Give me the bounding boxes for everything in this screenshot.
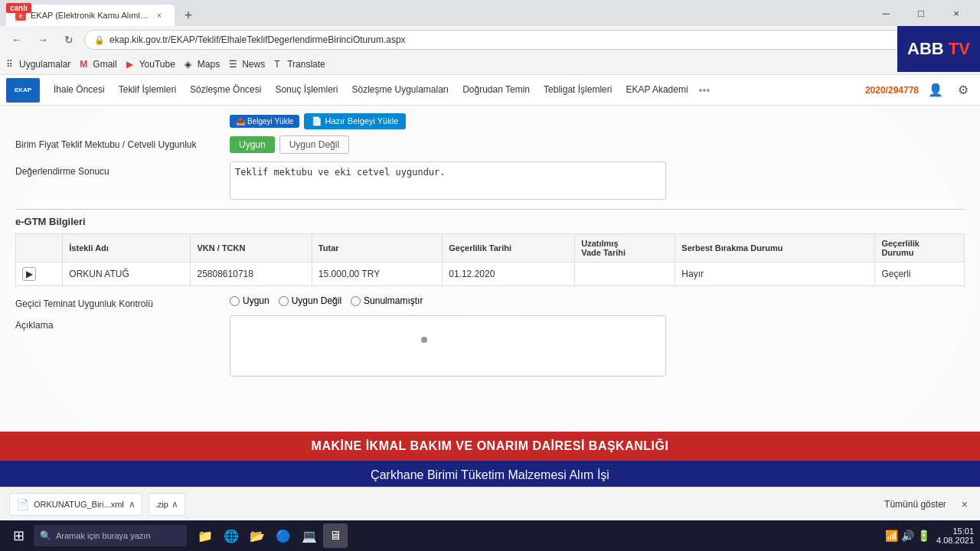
new-tab-button[interactable]: + <box>178 5 199 26</box>
teminat-uygun-degil-radio[interactable]: Uygun Değil <box>279 295 341 306</box>
page-body: 📤 Belgeyi Yükle 📄 Hazır Belgeyi Yükle Bi… <box>0 106 980 450</box>
aciklama-textarea[interactable] <box>230 315 666 377</box>
degerlendirme-textarea[interactable]: Teklif mektubu ve eki cetvel uygundur. <box>230 161 666 200</box>
taskbar-app-browser[interactable]: 🌐 <box>219 523 243 548</box>
apps-icon: ⠿ <box>6 59 17 70</box>
bookmark-news[interactable]: ☰ News <box>229 59 265 70</box>
bookmark-apps[interactable]: ⠿ Uygulamalar <box>6 59 70 70</box>
browser-tab[interactable]: e EKAP (Elektronik Kamu Alımları... × <box>6 5 175 26</box>
taskbar-search-icon: 🔍 <box>40 530 51 541</box>
user-profile-button[interactable]: 👤 <box>925 80 946 101</box>
maximize-button[interactable]: □ <box>903 1 939 25</box>
browser-toolbar: ← → ↻ 🔒 ekap.kik.gov.tr/EKAP/Teklif/Elha… <box>0 26 980 54</box>
taskbar-right: 📶 🔊 🔋 15:01 4.08.2021 <box>885 527 974 545</box>
nav-dogrudan-temin[interactable]: Doğrudan Temin <box>456 81 536 99</box>
windows-icon: ⊞ <box>13 527 24 544</box>
th-istekli-adi: İstekli Adı <box>63 234 191 262</box>
teminat-uygun-radio[interactable]: Uygun <box>230 295 270 306</box>
belgeyi-yukle-button[interactable]: 📤 Belgeyi Yükle <box>230 115 299 128</box>
minimize-button[interactable]: ─ <box>868 1 903 25</box>
download-chevron-icon[interactable]: ∧ <box>129 499 136 510</box>
nav-tebligat-islemleri[interactable]: Tebligat İşlemleri <box>537 81 618 99</box>
nav-ihale-oncesi[interactable]: İhale Öncesi <box>47 81 111 99</box>
nav-teklif-islemleri[interactable]: Teklif İşlemleri <box>113 81 182 99</box>
cell-istekli-adi: ORKUN ATUĞ <box>63 262 191 286</box>
close-download-bar-button[interactable]: × <box>959 495 971 514</box>
address-bar[interactable]: 🔒 ekap.kik.gov.tr/EKAP/Teklif/ElhaleTekl… <box>84 30 974 50</box>
taskbar: ⊞ 🔍 Aramak için buraya yazın 📁 🌐 📂 🔵 💻 🖥… <box>0 520 980 551</box>
taskbar-app-chrome[interactable]: 💻 <box>297 523 322 548</box>
teminat-sunulmamistir-radio[interactable]: Sunulmamıştır <box>351 295 423 306</box>
bookmark-translate[interactable]: T Translate <box>274 59 325 70</box>
hayir-label: Hayır <box>681 269 704 279</box>
th-gecerlilik-durumu: Geçerlilik Durumu <box>875 234 965 262</box>
taskbar-apps: 📁 🌐 📂 🔵 💻 🖥 <box>193 523 348 548</box>
abb-text: ABB <box>907 39 944 58</box>
table-row: ▶ ORKUN ATUĞ 25808610718 15.000,00 TRY 0… <box>16 262 965 286</box>
teminat-radio-group: Uygun Uygun Değil Sunulmamıştır <box>230 295 423 306</box>
bookmark-maps[interactable]: ◈ Maps <box>185 59 220 70</box>
hazir-belge-yukle-button[interactable]: 📄 Hazır Belgeyi Yükle <box>304 113 406 129</box>
cell-vkn-tckn: 25808610718 <box>191 262 312 286</box>
download-file-icon: 📄 <box>16 498 29 510</box>
taskbar-search-placeholder: Aramak için buraya yazın <box>56 531 151 540</box>
th-serbest-birakilma: Serbest Bırakma Durumu <box>675 234 875 262</box>
bookmark-gmail-label: Gmail <box>93 59 116 70</box>
th-gecerlilik-tarihi: Geçerlilik Tarihi <box>443 234 575 262</box>
uygun-button[interactable]: Uygun <box>230 136 275 153</box>
th-expand <box>16 234 63 262</box>
degerlendirme-row: Değerlendirme Sonucu Teklif mektubu ve e… <box>15 161 965 200</box>
nav-sozlesme-uygulamalari[interactable]: Sözleşme Uygulamaları <box>345 81 455 99</box>
more-options-icon[interactable]: ••• <box>696 81 714 99</box>
show-all-downloads-button[interactable]: Tümünü göster <box>878 496 952 513</box>
start-button[interactable]: ⊞ <box>6 523 31 548</box>
site-navigation: EKAP İhale Öncesi Teklif İşlemleri Sözle… <box>0 75 980 106</box>
uygun-degil-button[interactable]: Uygun Değil <box>279 135 349 154</box>
settings-button[interactable]: ⚙ <box>952 80 974 101</box>
reload-button[interactable]: ↻ <box>58 29 80 51</box>
translate-icon: T <box>274 59 285 70</box>
upload-buttons: 📤 Belgeyi Yükle 📄 Hazır Belgeyi Yükle <box>230 113 406 129</box>
aciklama-row: Açıklama <box>15 315 965 377</box>
download-bar: 📄 ORKUNATUG_Biri...xml ∧ .zip ∧ Tümünü g… <box>0 487 980 520</box>
record-id: 2020/294778 <box>865 85 919 96</box>
taskbar-app-folder[interactable]: 📂 <box>245 523 270 548</box>
close-button[interactable]: × <box>939 1 974 25</box>
gecici-teminat-row: Geçici Teminat Uygunluk Kontrolü Uygun U… <box>15 295 965 309</box>
bookmark-gmail[interactable]: M Gmail <box>80 59 116 70</box>
egtm-table: İstekli Adı VKN / TCKN Tutar Geçerlilik … <box>15 233 965 286</box>
forward-button[interactable]: → <box>32 29 54 51</box>
nav-sonuc-islemleri[interactable]: Sonuç İşlemleri <box>269 81 344 99</box>
back-button[interactable]: ← <box>6 29 28 51</box>
window-controls: ─ □ × <box>868 1 974 25</box>
tab-close-button[interactable]: × <box>153 9 165 21</box>
table-header-row: İstekli Adı VKN / TCKN Tutar Geçerlilik … <box>16 234 965 262</box>
bookmark-maps-label: Maps <box>198 59 220 70</box>
degerlendirme-label: Değerlendirme Sonucu <box>15 161 230 177</box>
taskbar-app-files[interactable]: 📁 <box>193 523 217 548</box>
nav-right: 2020/294778 👤 ⚙ <box>865 80 974 101</box>
taskbar-app-active[interactable]: 🖥 <box>323 523 348 548</box>
battery-icon: 🔋 <box>917 530 930 542</box>
th-tutar: Tutar <box>312 234 442 262</box>
live-badge: canlı <box>6 3 31 13</box>
bookmark-apps-label: Uygulamalar <box>19 59 70 70</box>
upload-buttons-row: 📤 Belgeyi Yükle 📄 Hazır Belgeyi Yükle <box>15 113 965 129</box>
bottom-banners: MAKİNE İKMAL BAKIM VE ONARIM DAİRESİ BAŞ… <box>0 432 980 490</box>
section-divider <box>15 209 965 210</box>
teminat-uygun-degil-label: Uygun Değil <box>292 295 341 306</box>
tab-label: EKAP (Elektronik Kamu Alımları... <box>31 11 149 20</box>
cell-expand: ▶ <box>16 262 63 286</box>
nav-ekap-akademi[interactable]: EKAP Akademi <box>619 81 694 99</box>
abb-tv-logo: ABB TV <box>897 26 980 72</box>
red-banner: MAKİNE İKMAL BAKIM VE ONARIM DAİRESİ BAŞ… <box>0 432 980 461</box>
taskbar-search-box[interactable]: 🔍 Aramak için buraya yazın <box>34 525 187 546</box>
taskbar-time-display: 15:01 <box>936 527 974 536</box>
nav-sozlesme-oncesi[interactable]: Sözleşme Öncesi <box>184 81 267 99</box>
bookmark-youtube[interactable]: ▶ YouTube <box>126 59 175 70</box>
row-expand-button[interactable]: ▶ <box>22 267 36 281</box>
bookmarks-bar: ⠿ Uygulamalar M Gmail ▶ YouTube ◈ Maps ☰… <box>0 54 980 75</box>
taskbar-app-app1[interactable]: 🔵 <box>271 523 296 548</box>
download-zip-chevron-icon[interactable]: ∧ <box>172 499 178 510</box>
bookmark-news-label: News <box>242 59 265 70</box>
